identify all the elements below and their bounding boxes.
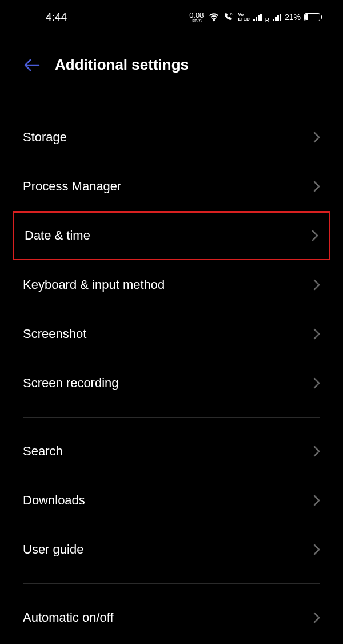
item-label: Automatic on/off (23, 610, 114, 625)
chevron-right-icon (313, 612, 320, 623)
chevron-right-icon (313, 132, 320, 143)
call-icon: B (223, 12, 234, 22)
item-label: User guide (23, 542, 83, 557)
chevron-right-icon (313, 544, 320, 555)
chevron-right-icon (313, 328, 320, 340)
item-label: Search (23, 444, 63, 459)
roaming-indicator: R (265, 17, 269, 23)
chevron-right-icon (313, 495, 320, 506)
settings-item-keyboard[interactable]: Keyboard & input method (0, 260, 343, 309)
wifi-icon (208, 12, 220, 22)
data-speed-indicator: 0.08 KB/S (189, 11, 204, 23)
back-arrow-icon (24, 59, 40, 71)
svg-text:B: B (230, 13, 233, 16)
divider (23, 583, 320, 584)
chevron-right-icon (313, 377, 320, 389)
settings-item-user-guide[interactable]: User guide (0, 525, 343, 574)
settings-list: Storage Process Manager Date & time Keyb… (0, 85, 343, 642)
item-label: Date & time (25, 228, 90, 243)
app-header: Additional settings (0, 34, 343, 85)
signal-bars-1 (253, 13, 262, 21)
battery-percent: 21% (285, 13, 301, 22)
chevron-right-icon (312, 230, 318, 241)
item-label: Downloads (23, 493, 85, 508)
item-label: Screenshot (23, 327, 86, 341)
settings-item-date-time[interactable]: Date & time (13, 211, 330, 260)
settings-item-screen-recording[interactable]: Screen recording (0, 359, 343, 408)
status-time: 4:44 (46, 11, 67, 23)
settings-item-downloads[interactable]: Downloads (0, 476, 343, 525)
back-button[interactable] (24, 59, 40, 71)
settings-item-storage[interactable]: Storage (0, 113, 343, 162)
chevron-right-icon (313, 279, 320, 291)
settings-item-screenshot[interactable]: Screenshot (0, 309, 343, 359)
battery-icon (304, 13, 320, 21)
volte-indicator: Vo LTED (238, 13, 249, 22)
page-title: Additional settings (55, 56, 189, 74)
status-bar: 4:44 0.08 KB/S B Vo LTED R (0, 0, 343, 34)
item-label: Screen recording (23, 376, 119, 391)
chevron-right-icon (313, 446, 320, 457)
item-label: Storage (23, 130, 67, 145)
settings-item-automatic-onoff[interactable]: Automatic on/off (0, 593, 343, 642)
chevron-right-icon (313, 181, 320, 192)
settings-item-process-manager[interactable]: Process Manager (0, 162, 343, 211)
signal-bars-2 (273, 13, 281, 21)
status-indicators: 0.08 KB/S B Vo LTED R (189, 11, 320, 23)
settings-item-search[interactable]: Search (0, 427, 343, 476)
item-label: Process Manager (23, 179, 121, 194)
svg-point-0 (213, 19, 214, 21)
divider (23, 417, 320, 418)
item-label: Keyboard & input method (23, 277, 165, 292)
